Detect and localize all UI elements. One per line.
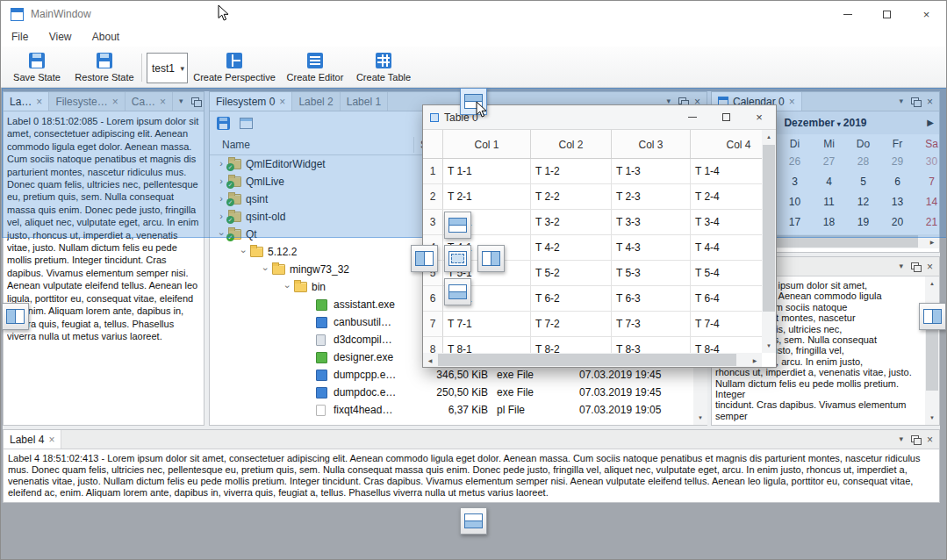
scroll-down-icon[interactable]: ▼ [925, 411, 939, 425]
create-perspective-icon [226, 53, 242, 68]
table-row: 5T 5-1T 5-2T 5-3T 5-4 [423, 261, 762, 286]
chevron-down-icon[interactable]: › [238, 248, 249, 256]
tree-item[interactable]: dumpdoc.e…250,50 KiBexe File07.03.2019 1… [210, 384, 693, 401]
drop-indicator-window-bottom[interactable] [460, 507, 487, 535]
tab-label4[interactable]: Label 4 × [4, 430, 61, 449]
scroll-down-icon[interactable]: ▼ [762, 339, 776, 353]
chevron-down-icon[interactable]: › [260, 265, 271, 274]
table-cell[interactable]: T 3-2 [531, 210, 612, 235]
app-blue-icon [316, 317, 327, 328]
row-header[interactable]: 3 [423, 210, 443, 235]
minimize-button[interactable] [676, 105, 709, 129]
drop-indicator-area-top[interactable] [444, 212, 471, 239]
drop-indicator-area-right[interactable] [477, 245, 505, 272]
floating-window-table0[interactable]: Table 0 × Col 1Col 2Col 3Col 4 1T 1-1T 1… [422, 104, 777, 368]
close-button[interactable]: × [743, 105, 776, 129]
tree-item[interactable]: dumpcpp.e…346,50 KiBexe File07.03.2019 1… [210, 366, 693, 384]
tree-item[interactable]: fixqt4head…6,37 KiBpl File07.03.2019 19:… [210, 401, 693, 419]
table-cell[interactable]: T 7-1 [443, 312, 531, 337]
table-cell[interactable]: T 5-2 [531, 261, 612, 286]
label5-vertical-scrollbar[interactable]: ▲ ▼ [925, 276, 939, 425]
table-cell[interactable]: T 5-3 [612, 261, 691, 286]
table-cell[interactable]: T 7-4 [691, 312, 762, 337]
table-cell[interactable]: T 8-3 [612, 337, 691, 353]
column-header[interactable]: Col 2 [531, 130, 612, 159]
table-cell[interactable]: T 6-3 [612, 286, 691, 312]
table-cell[interactable]: T 6-2 [531, 286, 612, 312]
table-cell[interactable]: T 2-3 [612, 184, 691, 210]
table-cell[interactable]: T 2-2 [531, 184, 612, 210]
scrollbar-thumb[interactable] [763, 145, 775, 312]
dock-area-buttons: ▾ × [893, 430, 939, 449]
tabs-menu-button[interactable]: ▾ [899, 262, 903, 270]
menu-about[interactable]: About [83, 27, 128, 47]
create-perspective-button[interactable]: Create Perspective [190, 51, 278, 86]
create-editor-button[interactable]: Create Editor [280, 51, 350, 86]
scroll-up-icon[interactable]: ▲ [762, 130, 776, 144]
table-corner[interactable] [423, 130, 443, 159]
table-cell[interactable]: T 2-4 [691, 184, 762, 210]
scroll-left-icon[interactable]: ◀ [423, 353, 437, 367]
row-header[interactable]: 6 [423, 286, 443, 312]
tree-item-label: 5.12.2 [268, 246, 297, 258]
table-cell[interactable]: T 2-1 [443, 184, 531, 210]
chevron-down-icon[interactable]: › [282, 283, 293, 291]
menu-view[interactable]: View [40, 27, 81, 47]
maximize-button[interactable] [709, 105, 743, 129]
drop-indicator-area-center[interactable] [444, 245, 471, 272]
maximize-button[interactable] [867, 1, 907, 27]
drop-indicator-window-left[interactable] [2, 303, 29, 330]
dock-close-button[interactable]: × [927, 262, 933, 272]
table-cell[interactable]: T 3-4 [691, 210, 762, 235]
doc-gray-icon [316, 334, 326, 346]
float-button[interactable] [911, 262, 919, 271]
minimize-icon [843, 14, 852, 15]
minimize-button[interactable] [828, 1, 867, 27]
table-cell[interactable]: T 4-2 [531, 235, 612, 261]
drop-indicator-area-bottom[interactable] [444, 278, 471, 305]
row-header[interactable]: 7 [423, 312, 443, 337]
table-cell[interactable]: T 3-3 [612, 210, 691, 235]
app-icon [11, 8, 24, 21]
table-cell[interactable]: T 5-4 [691, 261, 762, 286]
table-cell[interactable]: T 8-2 [531, 337, 612, 353]
tabs-menu-button[interactable]: ▾ [899, 435, 903, 443]
float-button[interactable] [911, 435, 919, 444]
create-table-button[interactable]: Create Table [352, 51, 415, 86]
scroll-down-icon[interactable]: ▼ [693, 411, 707, 425]
column-header[interactable]: Col 3 [612, 130, 691, 159]
table-cell[interactable]: T 1-2 [531, 159, 612, 184]
table-cell[interactable]: T 4-4 [691, 235, 762, 261]
tab-close-icon[interactable]: × [48, 434, 54, 445]
folder-icon [250, 247, 263, 257]
table-cell[interactable]: T 1-4 [691, 159, 762, 184]
table-cell[interactable]: T 8-4 [691, 337, 762, 353]
toolbar: Save State Restore State test1 ▾ Create … [1, 47, 946, 88]
scroll-up-icon[interactable]: ▲ [925, 276, 939, 291]
perspective-combobox[interactable]: test1 ▾ [147, 53, 188, 83]
table-cell[interactable]: T 7-2 [531, 312, 612, 337]
table-cell[interactable]: T 1-1 [443, 159, 531, 184]
table-horizontal-scrollbar[interactable]: ◀ ▶ [423, 353, 762, 367]
save-state-label: Save State [13, 72, 61, 83]
scroll-right-icon[interactable]: ▶ [748, 353, 762, 367]
table-vertical-scrollbar[interactable]: ▲ ▼ [762, 130, 776, 353]
column-header[interactable]: Col 1 [443, 130, 531, 159]
column-header[interactable]: Col 4 [691, 130, 762, 159]
scrollbar-thumb[interactable] [438, 354, 736, 366]
restore-state-button[interactable]: Restore State [69, 51, 140, 86]
table-cell[interactable]: T 6-4 [691, 286, 762, 312]
drop-indicator-area-left[interactable] [411, 245, 438, 272]
table-cell[interactable]: T 8-1 [443, 337, 531, 353]
row-header[interactable]: 1 [423, 159, 443, 184]
row-header[interactable]: 8 [423, 337, 443, 353]
table-cell[interactable]: T 1-3 [612, 159, 691, 184]
row-header[interactable]: 2 [423, 184, 443, 210]
save-state-button[interactable]: Save State [6, 51, 68, 86]
drop-indicator-window-right[interactable] [919, 303, 946, 330]
table-cell[interactable]: T 4-3 [612, 235, 691, 261]
menu-file[interactable]: File [3, 27, 37, 47]
dock-close-button[interactable]: × [927, 434, 933, 445]
table-cell[interactable]: T 7-3 [612, 312, 691, 337]
close-button[interactable]: × [907, 1, 946, 27]
